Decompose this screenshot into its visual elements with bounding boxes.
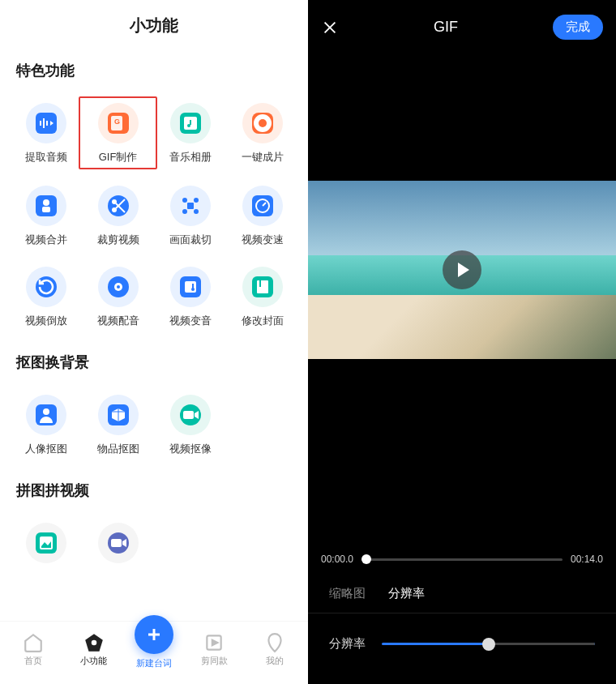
- feature-label: 视频合并: [25, 233, 67, 247]
- feature-collage-1[interactable]: [10, 523, 82, 563]
- feature-label: 修改封面: [242, 314, 284, 328]
- clip-nav-icon: [203, 632, 225, 653]
- feature-change-cover[interactable]: 修改封面: [226, 267, 298, 328]
- feature-label: 一键成片: [242, 150, 284, 165]
- feature-label: 视频抠像: [169, 442, 212, 456]
- feature-label: GIF制作: [99, 150, 138, 165]
- feature-video-voice[interactable]: 视频变音: [154, 267, 226, 328]
- feature-collage-2[interactable]: [82, 523, 154, 563]
- nav-mine[interactable]: 我的: [245, 632, 305, 667]
- svg-rect-2: [46, 121, 48, 126]
- section-title-cutout: 抠图换背景: [0, 338, 308, 380]
- svg-rect-8: [190, 120, 191, 125]
- feature-video-cutout[interactable]: 视频抠像: [154, 395, 226, 456]
- nav-label: 小功能: [80, 655, 107, 667]
- feature-video-merge[interactable]: 视频合并: [10, 186, 82, 247]
- cover-icon: [242, 267, 283, 307]
- gif-editor-screen: GIF 完成 00:00.0 00:14.0 缩略图 分辨率 分辨率: [308, 0, 616, 684]
- svg-point-29: [43, 408, 49, 415]
- voice-icon: [170, 267, 211, 307]
- svg-rect-10: [42, 207, 50, 212]
- timeline-thumb[interactable]: [361, 554, 371, 564]
- nav-label: 新建台词: [136, 657, 172, 669]
- svg-rect-27: [257, 280, 268, 293]
- reverse-icon: [26, 267, 66, 307]
- speed-icon: [242, 186, 283, 226]
- cutout-grid: 人像抠图 物品抠图 视频抠像: [0, 380, 308, 466]
- feature-crop-video[interactable]: 裁剪视频: [82, 186, 154, 247]
- feature-one-click[interactable]: 一键成片: [226, 103, 298, 166]
- svg-point-9: [43, 199, 49, 206]
- nav-home[interactable]: 首页: [3, 632, 63, 667]
- svg-marker-3: [50, 121, 53, 126]
- collage-grid: [0, 508, 308, 563]
- time-end: 00:14.0: [571, 554, 603, 565]
- nav-clip[interactable]: 剪同款: [184, 632, 244, 667]
- done-button[interactable]: 完成: [553, 15, 603, 40]
- person-cutout-icon: [26, 395, 66, 435]
- slider-thumb[interactable]: [482, 638, 495, 651]
- nav-label: 我的: [266, 655, 284, 667]
- feature-video-dub[interactable]: 视频配音: [82, 267, 154, 328]
- music-album-icon: [170, 103, 211, 143]
- svg-point-15: [182, 198, 187, 203]
- gif-icon: G: [98, 103, 139, 143]
- timeline: 00:00.0 00:14.0: [308, 544, 616, 575]
- svg-line-21: [263, 203, 266, 206]
- feature-person-cutout[interactable]: 人像抠图: [10, 395, 82, 456]
- frame-crop-icon: [170, 186, 211, 226]
- svg-rect-19: [187, 203, 194, 209]
- preview-sky: [308, 181, 616, 255]
- spacer: [308, 359, 616, 544]
- svg-rect-26: [192, 284, 194, 289]
- tools-nav-icon: [83, 632, 105, 653]
- mine-nav-icon: [264, 632, 285, 653]
- feature-object-cutout[interactable]: 物品抠图: [82, 395, 154, 456]
- video-preview[interactable]: [308, 181, 616, 359]
- svg-rect-36: [111, 539, 122, 547]
- resolution-slider[interactable]: [382, 643, 595, 645]
- feature-music-album[interactable]: 音乐相册: [154, 103, 226, 166]
- feature-frame-crop[interactable]: 画面裁切: [154, 186, 226, 247]
- feature-label: 提取音频: [25, 150, 67, 165]
- svg-marker-37: [122, 539, 126, 547]
- tools-screen: 小功能 特色功能 提取音频 G GIF制作 音乐相册 一键成片: [0, 0, 308, 684]
- time-start: 00:00.0: [321, 554, 353, 565]
- crop-video-icon: [98, 186, 139, 226]
- svg-point-17: [182, 209, 187, 214]
- play-button[interactable]: [443, 250, 481, 289]
- section-title-features: 特色功能: [0, 46, 308, 88]
- play-icon: [458, 263, 469, 277]
- svg-rect-0: [40, 121, 41, 126]
- feature-label: 画面裁切: [169, 233, 212, 247]
- svg-point-16: [194, 198, 199, 203]
- preview-beach: [308, 295, 616, 359]
- feature-video-speed[interactable]: 视频变速: [226, 186, 298, 247]
- feature-label: 视频倒放: [25, 314, 67, 328]
- plus-icon: [135, 615, 173, 654]
- svg-rect-28: [259, 280, 261, 287]
- feature-audio-extract[interactable]: 提取音频: [10, 103, 82, 166]
- merge-icon: [26, 186, 66, 226]
- svg-rect-24: [185, 281, 196, 293]
- close-button[interactable]: [321, 19, 339, 36]
- feature-label: 人像抠图: [25, 442, 67, 456]
- features-grid: 提取音频 G GIF制作 音乐相册 一键成片 视频合并: [0, 88, 308, 338]
- nav-tools[interactable]: 小功能: [63, 632, 123, 667]
- resolution-row: 分辨率: [308, 613, 616, 684]
- feature-gif-maker[interactable]: G GIF制作: [79, 96, 157, 169]
- feature-label: 视频变音: [169, 314, 212, 328]
- tab-resolution[interactable]: 分辨率: [388, 586, 425, 601]
- tab-thumbnail[interactable]: 缩略图: [329, 586, 366, 601]
- svg-marker-33: [195, 411, 199, 419]
- home-icon: [23, 632, 44, 653]
- svg-rect-1: [43, 118, 45, 128]
- camera-icon: [242, 103, 283, 143]
- nav-create[interactable]: 新建台词: [124, 630, 184, 669]
- timeline-track[interactable]: [361, 558, 563, 561]
- nav-label: 首页: [24, 655, 42, 667]
- bottom-nav: 首页 小功能 新建台词 剪同款 我的: [0, 621, 308, 684]
- feature-video-reverse[interactable]: 视频倒放: [10, 267, 82, 328]
- tabs: 缩略图 分辨率: [308, 575, 616, 613]
- section-title-collage: 拼图拼视频: [0, 466, 308, 508]
